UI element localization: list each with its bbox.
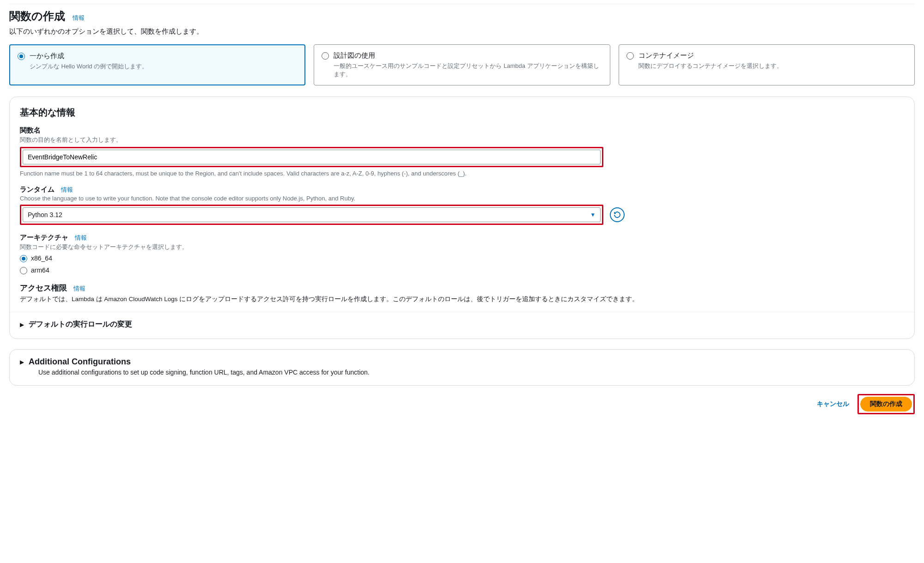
permissions-desc: デフォルトでは、Lambda は Amazon CloudWatch Logs … [20, 295, 904, 303]
architecture-block: アーキテクチャ 情報 関数コードに必要な命令セットアーキテクチャを選択します。 … [20, 233, 904, 274]
expand-execution-role[interactable]: ▶ デフォルトの実行ロールの変更 [20, 312, 904, 329]
function-name-label: 関数名 [20, 126, 904, 135]
permissions-block: アクセス権限 情報 デフォルトでは、Lambda は Amazon CloudW… [20, 283, 904, 303]
page-header: 関数の作成 情報 [9, 9, 915, 24]
option-title: 一から作成 [30, 52, 148, 61]
caret-right-icon: ▶ [20, 359, 24, 365]
runtime-block: ランタイム 情報 Choose the language to use to w… [20, 185, 904, 225]
function-name-hint: 関数の目的を名前として入力します。 [20, 136, 904, 144]
option-author-from-scratch[interactable]: 一から作成 シンプルな Hello World の例で開始します。 [9, 44, 305, 85]
architecture-label: アーキテクチャ [20, 233, 68, 242]
info-link-runtime[interactable]: 情報 [61, 186, 73, 193]
arch-option-x86-64[interactable]: x86_64 [20, 254, 904, 262]
arch-option-label: x86_64 [31, 254, 52, 262]
creation-options: 一から作成 シンプルな Hello World の例で開始します。 設計図の使用… [9, 44, 915, 85]
radio-icon [18, 53, 25, 60]
architecture-hint: 関数コードに必要な命令セットアーキテクチャを選択します。 [20, 243, 904, 251]
radio-icon [322, 52, 329, 60]
refresh-icon [614, 211, 621, 218]
radio-icon [626, 52, 634, 60]
option-desc: 関数にデプロイするコンテナイメージを選択します。 [638, 62, 783, 70]
runtime-select[interactable]: Python 3.12 ▼ [23, 207, 601, 222]
highlight-runtime: Python 3.12 ▼ [20, 205, 603, 225]
panel-title-basic: 基本的な情報 [20, 106, 904, 119]
page-subtitle: 以下のいずれかのオプションを選択して、関数を作成します。 [9, 27, 915, 36]
expand-role-title: デフォルトの実行ロールの変更 [29, 320, 132, 329]
highlight-function-name [20, 147, 603, 167]
option-container-image[interactable]: コンテナイメージ 関数にデプロイするコンテナイメージを選択します。 [619, 44, 915, 85]
radio-icon [20, 267, 27, 274]
function-name-block: 関数名 関数の目的を名前として入力します。 Function name must… [20, 126, 904, 177]
option-desc: 一般的ユースケース用のサンプルコードと設定プリセットから Lambda アプリケ… [334, 62, 602, 79]
chevron-down-icon: ▼ [590, 212, 596, 218]
info-link-header[interactable]: 情報 [73, 14, 85, 21]
additional-title: Additional Configurations [29, 357, 131, 367]
info-link-architecture[interactable]: 情報 [75, 234, 87, 241]
runtime-value: Python 3.12 [28, 211, 62, 218]
option-desc: シンプルな Hello World の例で開始します。 [30, 62, 148, 71]
footer-actions: キャンセル 関数の作成 [9, 394, 915, 414]
option-title: コンテナイメージ [638, 51, 783, 60]
permissions-label: アクセス権限 [20, 283, 67, 293]
create-function-button[interactable]: 関数の作成 [860, 397, 912, 412]
refresh-runtimes-button[interactable] [610, 207, 625, 222]
caret-right-icon: ▶ [20, 321, 24, 328]
additional-desc: Use additional configurations to set up … [38, 369, 904, 376]
basic-info-panel: 基本的な情報 関数名 関数の目的を名前として入力します。 Function na… [9, 97, 915, 339]
arch-option-arm64[interactable]: arm64 [20, 266, 904, 274]
arch-option-label: arm64 [31, 266, 49, 274]
cancel-button[interactable]: キャンセル [815, 397, 851, 411]
highlight-create-button: 関数の作成 [857, 394, 915, 414]
additional-config-panel: ▶ Additional Configurations Use addition… [9, 349, 915, 386]
page-title: 関数の作成 [9, 9, 65, 24]
function-name-input[interactable] [23, 150, 601, 164]
runtime-hint: Choose the language to use to write your… [20, 195, 904, 202]
function-name-constraint: Function name must be 1 to 64 characters… [20, 170, 904, 177]
option-title: 設計図の使用 [334, 51, 602, 60]
info-link-permissions[interactable]: 情報 [73, 285, 85, 292]
runtime-label: ランタイム [20, 185, 55, 194]
radio-icon [20, 255, 27, 262]
option-use-blueprint[interactable]: 設計図の使用 一般的ユースケース用のサンプルコードと設定プリセットから Lamb… [314, 44, 610, 85]
expand-additional-config[interactable]: ▶ Additional Configurations [20, 357, 904, 367]
